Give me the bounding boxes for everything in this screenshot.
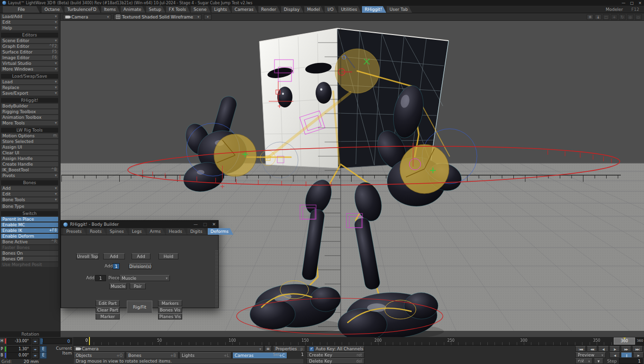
sidebar-item[interactable]: Enable Deform [1,234,58,239]
properties-button[interactable]: Properties p [273,346,305,352]
item-type-button[interactable]: Objects +O [73,352,125,359]
sidebar-item[interactable]: Create Handle [1,162,58,167]
sidebar-item[interactable]: Clear UI [1,151,58,155]
sidebar-item[interactable]: More Windows ▾ [1,67,58,71]
dialog-titlebar[interactable]: RHiggit! - Body Builder — □ ✕ [61,221,218,228]
channel-value-field[interactable]: 1.30° [7,346,31,353]
step-field[interactable]: 1 [619,358,643,364]
menu-tab[interactable]: Setup [146,6,166,13]
menu-tab[interactable]: Utilities [338,6,362,13]
auto-key-checkbox[interactable]: ✓ [309,346,314,352]
sidebar-item[interactable]: Replace ▾ [1,85,58,90]
sidebar-item[interactable]: More Tools ▾ [1,121,58,125]
sidebar-item[interactable]: Bones [1,180,58,185]
menu-tab[interactable]: Octane [42,6,64,13]
menu-tab[interactable]: Render [258,6,281,13]
menu-tab[interactable]: User Tab [387,6,412,13]
window-close-button[interactable]: × [638,1,642,5]
viewport-nav-icon[interactable]: + [611,14,618,20]
sidebar-item[interactable]: Graph Editor ^F2 [1,44,58,49]
sidebar-item[interactable]: Load/Add ▾ [1,14,58,19]
sidebar-item[interactable]: Use Morphed Posit [1,262,58,267]
menu-tab[interactable]: Items [101,6,120,13]
menu-tab[interactable]: Animate [121,6,146,13]
visibility-toggle-button[interactable]: Planes Vis [158,313,182,320]
sidebar-item[interactable]: Bone Tools ▾ [1,197,58,202]
sidebar-item[interactable]: IK_BoostTool ^B [1,168,58,172]
menu-tab[interactable]: Cameras [232,6,258,13]
mini-slider-button[interactable]: ◂▸ [32,352,39,359]
sidebar-item[interactable]: Parent in Place [1,217,58,222]
menu-tab[interactable]: Model [304,6,324,13]
sidebar-item[interactable]: Load ▾ [1,80,58,84]
sidebar-item[interactable]: Faster Bones [1,245,58,250]
timeline-end-handle[interactable]: 360 [614,337,635,345]
sidebar-item[interactable]: Bone Type [1,204,58,209]
current-item-dropdown[interactable]: Camera ▾ [73,346,264,352]
timeline-current-frame-marker[interactable] [89,337,90,345]
visibility-toggle-button[interactable]: Bones Vis [158,307,182,313]
dialog-tab[interactable]: Deforms [208,228,233,235]
item-type-button[interactable]: Bones +B [126,352,178,359]
item-type-button[interactable]: Lights +L [179,352,231,359]
dialog-resize-grip[interactable] [215,250,218,308]
dialog-tab[interactable]: Roots [87,228,106,235]
window-maximize-button[interactable]: □ [630,1,634,5]
current-frame-field[interactable]: 0 [43,338,72,344]
sidebar-item[interactable]: Virtual Studio ▾ [1,61,58,66]
sidebar-item[interactable]: Load/Swap/Save [1,74,58,79]
save-view-icon[interactable]: ↓ [595,14,601,20]
viewport-nav-icon[interactable]: ◎ [627,14,634,20]
sidebar-item[interactable]: Editors [1,33,58,37]
sidebar-item[interactable]: Save/Export ▾ [1,91,58,96]
transport-button[interactable]: |◀◀ [575,346,586,352]
sidebar-item[interactable]: Image Editor F6 [1,55,58,60]
play-forward-button[interactable]: ▶ [633,352,644,358]
sidebar-item[interactable]: Surface Editor F5 [1,50,58,54]
dialog-maximize-button[interactable]: □ [203,222,207,227]
menu-tab[interactable]: TurbulenceFD [64,6,100,13]
envelope-button[interactable]: E [40,352,47,359]
delete-key-button[interactable]: Delete Key del [307,358,364,364]
play-reverse-button[interactable]: ◀ [609,352,620,358]
transport-button[interactable]: ◀◀ [587,346,597,352]
sidebar-item[interactable]: Bones Off [1,257,58,261]
dialog-tab[interactable]: Arms [147,228,166,235]
sidebar-item[interactable]: Enable IK +F8 [1,228,58,233]
window-minimize-button[interactable]: — [622,1,626,5]
dialog-tab[interactable]: Heads [166,228,187,235]
menu-tab[interactable]: Scene [191,6,211,13]
sidebar-item[interactable]: Switch [1,211,58,216]
visibility-toggle-button[interactable]: Markers Vis [158,300,182,306]
menu-tab[interactable]: Lights [212,6,231,13]
sidebar-item[interactable]: LW Rig Tools [1,128,58,133]
transport-button[interactable]: ▶▶| [632,346,643,352]
mini-slider-button[interactable]: ◂▸ [32,346,39,353]
channel-value-field[interactable]: -33.00° [7,338,31,345]
timeline-ruler[interactable]: 050100150200250300350 360 360 [73,337,644,346]
modeler-button[interactable]: Modeler [606,7,623,12]
sidebar-item[interactable]: Bone Active ^R [1,240,58,244]
channel-value-field[interactable]: 0.00° [7,352,31,359]
dialog-minimize-button[interactable]: — [194,222,198,227]
sidebar-item[interactable]: RHiggit! [1,98,58,103]
viewport-render-mode-dropdown[interactable]: Textured Shaded Solid Wireframe ▾ [114,14,202,20]
viewport-nav-icon[interactable]: □ [603,14,609,20]
file-menu-button[interactable]: File [3,6,40,13]
dialog-tab[interactable]: Digits [187,228,207,235]
sidebar-item[interactable]: Bones On [1,251,58,256]
viewport-camera-dropdown[interactable]: Camera ▾ [63,14,111,20]
sidebar-item[interactable]: Assign UI [1,145,58,150]
sidebar-item[interactable]: Edit ▾ [1,20,58,25]
transport-button[interactable]: |▶ [609,346,620,352]
sidebar-item[interactable]: Help ▾ [1,26,58,30]
menu-tab[interactable]: FX Tools [166,6,190,13]
timeline-end-field[interactable]: 360 [636,337,644,345]
sidebar-item[interactable]: Rigging Toolbox [1,109,58,114]
auto-key-dropdown[interactable]: ✓ Auto Key: All Channels ▾ [307,346,364,352]
sidebar-item[interactable]: Edit ▾ [1,192,58,196]
viewport-nav-icon[interactable]: ↻ [619,14,626,20]
sidebar-item[interactable]: Assign Handle [1,156,58,161]
envelope-button[interactable]: E [40,346,47,353]
preview-dropdown[interactable]: Preview ▾ [575,352,606,358]
